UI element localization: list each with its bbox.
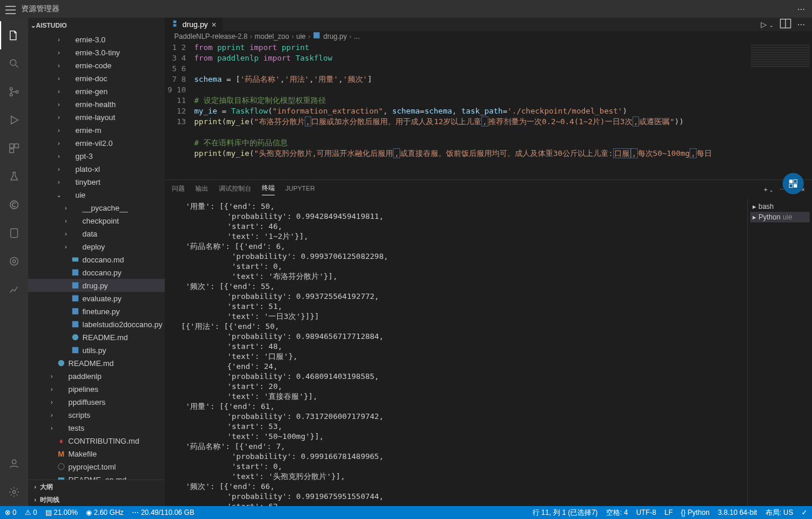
svg-rect-20 <box>72 347 79 354</box>
tree-item[interactable]: ›gpt-3 <box>28 149 165 162</box>
status-item[interactable]: 行 11, 列 1 (已选择7) <box>533 508 598 518</box>
status-item[interactable]: ⋯ 20.49/110.06 GB <box>132 508 194 517</box>
tree-item[interactable]: labelstudio2doccano.py <box>28 318 165 331</box>
panel-tab[interactable]: 问题 <box>172 184 185 195</box>
tree-item[interactable]: ♦CONTRIBUTING.md <box>28 434 165 447</box>
account-icon[interactable] <box>0 450 28 478</box>
tab-drug-py[interactable]: drug.py × <box>165 18 223 31</box>
tree-item[interactable]: README_en.md <box>28 473 165 480</box>
status-item[interactable]: 3.8.10 64-bit <box>718 508 757 518</box>
terminal-instance[interactable]: ▸Python uie <box>750 212 810 222</box>
tree-item[interactable]: ›scripts <box>28 408 165 421</box>
tree-item[interactable]: ›ernie-vil2.0 <box>28 137 165 149</box>
svg-rect-16 <box>72 295 79 302</box>
tree-item[interactable]: ›ernie-3.0 <box>28 33 165 46</box>
tree-item[interactable]: doccano.md <box>28 253 165 266</box>
status-item[interactable]: ⚠ 0 <box>25 508 37 517</box>
svg-rect-17 <box>72 308 79 315</box>
split-editor-icon[interactable] <box>780 18 791 31</box>
tree-item[interactable]: README.md <box>28 331 165 344</box>
tree-item[interactable]: finetune.py <box>28 305 165 318</box>
codicon-c-icon[interactable] <box>0 191 28 219</box>
terminal[interactable]: '用量': [{'end': 50, 'probability': 0.9942… <box>165 199 747 506</box>
svg-point-2 <box>10 94 12 96</box>
tree-item[interactable]: ›ppdiffusers <box>28 395 165 408</box>
tree-item[interactable]: ⌄uie <box>28 188 165 201</box>
terminal-instance[interactable]: ▸bash <box>750 201 810 212</box>
tree-item[interactable]: ›checkpoint <box>28 214 165 227</box>
tree-item[interactable]: pyproject.toml <box>28 460 165 473</box>
tree-item[interactable]: ›ernie-gen <box>28 85 165 98</box>
editor-tabs: drug.py × ▷ ⌄ ⋯ <box>165 18 812 31</box>
status-item[interactable]: ▤ 21.00% <box>45 508 78 517</box>
svg-rect-32 <box>794 179 797 183</box>
chart-icon[interactable] <box>0 275 28 304</box>
svg-point-1 <box>10 88 12 90</box>
tree-item[interactable]: ›tinybert <box>28 175 165 188</box>
code-editor[interactable]: from pprint import pprint from paddlenlp… <box>194 41 741 179</box>
tree-item[interactable]: ›deploy <box>28 240 165 253</box>
svg-rect-31 <box>794 184 797 188</box>
tree-item[interactable]: ›ernie-3.0-tiny <box>28 46 165 59</box>
panel-tab[interactable]: JUPYTER <box>285 185 315 194</box>
target-icon[interactable] <box>0 247 28 275</box>
new-terminal-icon[interactable]: + ⌄ <box>764 186 774 194</box>
editor-more-icon[interactable]: ⋯ <box>797 20 805 29</box>
status-item[interactable]: 空格: 4 <box>606 508 628 518</box>
breadcrumb[interactable]: PaddleNLP-release-2.8›model_zoo›uie›drug… <box>165 31 812 41</box>
tree-item[interactable]: ›ernie-layout <box>28 111 165 124</box>
svg-point-3 <box>16 91 18 93</box>
tree-item[interactable]: drug.py <box>28 279 165 292</box>
settings-icon[interactable] <box>0 478 28 506</box>
sidebar-section-header[interactable]: ⌄ AISTUDIO <box>28 19 165 32</box>
tree-item[interactable]: ›ernie-doc <box>28 72 165 85</box>
line-gutter: 1 2 3 4 5 6 7 8 9 10 11 12 13 <box>165 41 194 179</box>
run-icon[interactable]: ▷ ⌄ <box>761 20 774 29</box>
tree-item[interactable]: ›data <box>28 227 165 240</box>
tree-item[interactable]: utils.py <box>28 344 165 357</box>
status-item[interactable]: 布局: US <box>766 508 793 518</box>
tree-item[interactable]: doccano.py <box>28 266 165 279</box>
titlebar-more-icon[interactable]: ⋯ <box>795 5 807 14</box>
svg-point-11 <box>12 460 16 464</box>
tree-item[interactable]: ›__pycache__ <box>28 201 165 214</box>
status-item[interactable]: ✓ <box>801 508 807 518</box>
file-tree: ›ernie-3.0›ernie-3.0-tiny›ernie-code›ern… <box>28 33 165 480</box>
explorer-icon[interactable] <box>0 21 28 49</box>
tree-item[interactable]: ›ernie-m <box>28 124 165 137</box>
status-item[interactable]: ⊗ 0 <box>5 508 16 517</box>
tree-item[interactable]: ›plato-xl <box>28 162 165 175</box>
status-item[interactable]: ◉ 2.60 GHz <box>86 508 124 517</box>
copilot-button[interactable] <box>783 173 804 194</box>
panel-tab[interactable]: 终端 <box>262 184 275 195</box>
svg-rect-29 <box>314 32 320 39</box>
sidebar-section-collapsed[interactable]: ›大纲 <box>28 480 165 493</box>
svg-rect-4 <box>10 144 14 148</box>
notebook-icon[interactable] <box>0 219 28 247</box>
svg-point-21 <box>58 360 65 367</box>
panel-tab[interactable]: 调试控制台 <box>219 184 251 195</box>
tree-item[interactable]: MMakefile <box>28 447 165 460</box>
close-icon[interactable]: × <box>211 20 216 29</box>
status-item[interactable]: {} Python <box>681 508 710 518</box>
source-control-icon[interactable] <box>0 78 28 106</box>
panel-tab[interactable]: 输出 <box>195 184 208 195</box>
minimap[interactable] <box>741 41 812 179</box>
extensions-icon[interactable] <box>0 134 28 162</box>
status-item[interactable]: UTF-8 <box>636 508 656 518</box>
run-debug-icon[interactable] <box>0 106 28 134</box>
tree-item[interactable]: ›paddlenlp <box>28 370 165 382</box>
tree-item[interactable]: ›ernie-health <box>28 98 165 111</box>
tree-item[interactable]: ›pipelines <box>28 382 165 395</box>
search-icon[interactable] <box>0 49 28 78</box>
sidebar-section-collapsed[interactable]: ›时间线 <box>28 493 165 506</box>
tree-item[interactable]: evaluate.py <box>28 292 165 305</box>
tree-item[interactable]: README.md <box>28 357 165 370</box>
svg-rect-6 <box>10 149 14 153</box>
menu-icon[interactable] <box>5 4 14 14</box>
beaker-icon[interactable] <box>0 162 28 191</box>
status-item[interactable]: LF <box>664 508 673 518</box>
svg-rect-8 <box>11 229 18 238</box>
tree-item[interactable]: ›tests <box>28 421 165 434</box>
tree-item[interactable]: ›ernie-code <box>28 59 165 72</box>
